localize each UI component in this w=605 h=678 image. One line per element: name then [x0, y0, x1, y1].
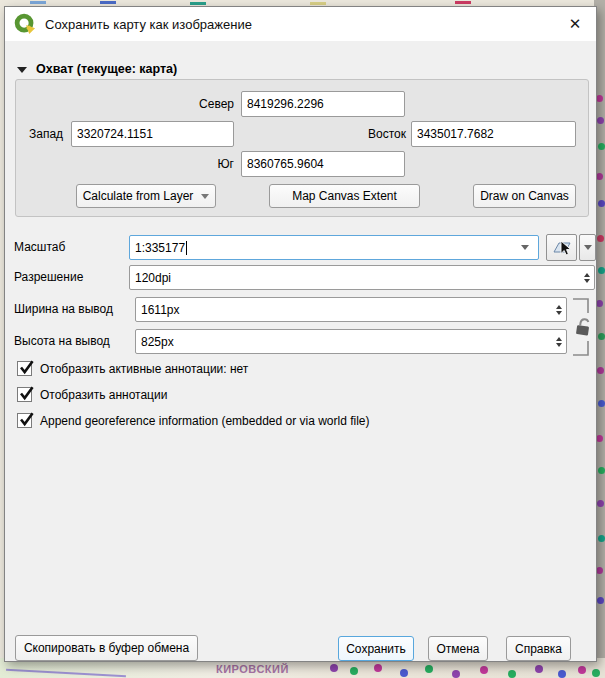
output-height-spinbox[interactable]: 825px	[135, 329, 567, 354]
extent-section-header[interactable]: Охват (текущее: карта)	[17, 62, 177, 76]
checkbox-checked-icon[interactable]	[17, 361, 32, 376]
output-width-spinbox[interactable]: 1611px	[135, 297, 567, 322]
save-button[interactable]: Сохранить	[338, 636, 414, 661]
checkbox-row-active-annotations[interactable]: Отобразить активные аннотации: нет	[17, 361, 248, 377]
lock-aspect-ratio-toggle[interactable]	[571, 295, 597, 362]
cancel-label: Отмена	[436, 642, 479, 656]
scale-combobox[interactable]: 1:335177	[129, 235, 539, 260]
spin-up-icon	[584, 273, 590, 277]
calculate-from-layer-label: Calculate from Layer	[83, 189, 194, 203]
collapse-arrow-icon	[17, 67, 27, 73]
copy-to-clipboard-label: Скопировать в буфер обмена	[24, 641, 189, 655]
resolution-spinbox[interactable]: 120dpi	[129, 265, 595, 290]
spin-buttons[interactable]	[556, 298, 562, 321]
save-label: Сохранить	[346, 642, 406, 656]
south-label: Юг	[155, 151, 234, 177]
map-cursor-icon	[551, 237, 573, 259]
chevron-down-icon	[521, 245, 529, 250]
spin-up-icon	[556, 337, 562, 341]
south-input[interactable]	[241, 151, 405, 177]
east-label: Восток	[335, 121, 406, 147]
spin-down-icon	[556, 311, 562, 315]
map-marker-dots	[330, 664, 338, 672]
east-input[interactable]	[411, 121, 576, 147]
copy-to-clipboard-button[interactable]: Скопировать в буфер обмена	[15, 635, 198, 661]
draw-on-canvas-label: Draw on Canvas	[480, 189, 569, 203]
spin-buttons[interactable]	[556, 330, 562, 353]
resolution-value: 120dpi	[135, 271, 171, 285]
map-roads	[30, 1, 46, 4]
save-map-as-image-dialog: Сохранить карту как изображение ✕ Охват …	[4, 6, 597, 662]
help-label: Справка	[515, 642, 562, 656]
extent-header-label: Охват (текущее: карта)	[36, 62, 177, 76]
west-input[interactable]	[71, 121, 234, 147]
unlock-icon	[576, 318, 590, 335]
dialog-title: Сохранить карту как изображение	[45, 17, 252, 32]
chevron-down-icon	[584, 245, 592, 250]
checkbox-label: Отобразить аннотации	[40, 387, 167, 403]
scale-options-dropdown-button[interactable]	[579, 234, 596, 261]
map-canvas-extent-button[interactable]: Map Canvas Extent	[269, 184, 420, 208]
qgis-logo-icon	[14, 13, 36, 35]
map-district-label: КИРОВСКИЙ	[216, 663, 289, 675]
north-input[interactable]	[241, 91, 405, 117]
scale-value: 1:335177	[135, 241, 185, 255]
north-label: Север	[135, 91, 234, 117]
resolution-label: Разрешение	[14, 265, 83, 290]
help-button[interactable]: Справка	[506, 636, 571, 661]
output-width-value: 1611px	[141, 303, 179, 317]
checkbox-row-georeference[interactable]: Append georeference information (embedde…	[17, 413, 370, 429]
output-width-label: Ширина на вывод	[14, 297, 113, 322]
chevron-down-icon	[201, 194, 209, 199]
map-canvas-extent-label: Map Canvas Extent	[292, 189, 397, 203]
text-caret	[186, 241, 187, 255]
checkbox-row-annotations[interactable]: Отобразить аннотации	[17, 387, 167, 403]
spin-down-icon	[556, 343, 562, 347]
set-scale-from-canvas-button[interactable]	[546, 234, 577, 261]
calculate-from-layer-button[interactable]: Calculate from Layer	[76, 184, 216, 208]
close-icon[interactable]: ✕	[554, 7, 596, 41]
scale-dropdown-arrow[interactable]	[516, 236, 534, 259]
checkbox-label: Append georeference information (embedde…	[40, 413, 370, 429]
spin-down-icon	[584, 279, 590, 283]
spin-buttons[interactable]	[584, 266, 590, 289]
map-marker-dots	[596, 95, 603, 102]
spin-up-icon	[556, 305, 562, 309]
draw-on-canvas-button[interactable]: Draw on Canvas	[473, 184, 576, 208]
west-label: Запад	[29, 121, 63, 147]
checkbox-checked-icon[interactable]	[17, 387, 32, 402]
output-height-value: 825px	[141, 335, 174, 349]
output-height-label: Высота на вывод	[14, 329, 110, 354]
cancel-button[interactable]: Отмена	[428, 636, 488, 661]
checkbox-checked-icon[interactable]	[17, 413, 32, 428]
dialog-titlebar[interactable]: Сохранить карту как изображение	[5, 7, 596, 41]
checkbox-label: Отобразить активные аннотации: нет	[40, 361, 248, 377]
scale-label: Масштаб	[14, 235, 65, 260]
